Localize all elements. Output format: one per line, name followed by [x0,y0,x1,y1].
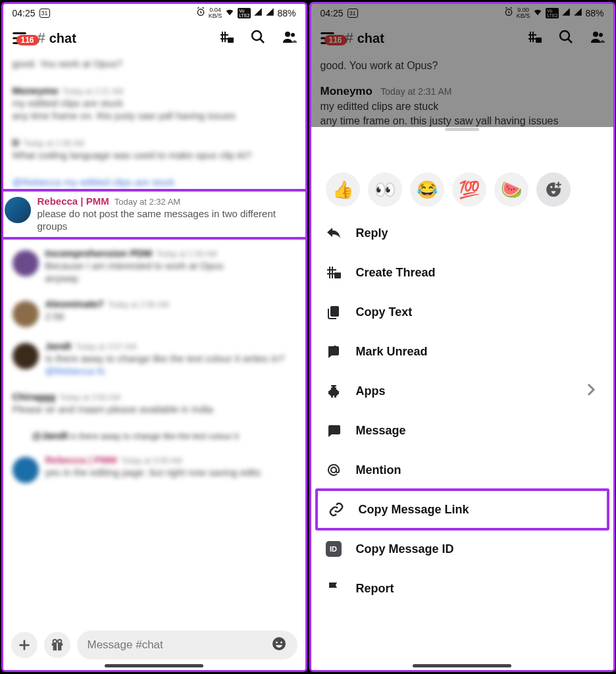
message-list-blurred-lower: Incomprehension PDMToday at 2:36 AM Beca… [3,247,305,484]
add-button[interactable] [11,632,38,658]
signal-icon-2 [265,7,274,18]
menu-reply[interactable]: Reply [311,213,613,253]
input-placeholder: Message #chat [88,638,163,652]
menu-apps[interactable]: Apps [311,371,613,411]
menu-copy-text[interactable]: Copy Text [311,292,613,332]
message-author: Moneymo [321,85,372,97]
reaction-thumbs-up[interactable]: 👍 [326,172,360,207]
svg-point-2 [252,31,261,40]
wifi-icon [224,7,235,19]
search-icon[interactable] [558,29,574,47]
message-body: any time frame on. this justy saw yall h… [321,115,604,127]
screenshot-right: 04:25 31 9.00KB/S VoLTE2 88% 116 [309,2,615,672]
channel-navbar: 116 # chat [3,22,305,57]
message-body: good. You work at Opus? [321,60,604,72]
menu-button[interactable]: 116 [319,28,339,48]
alarm-icon [195,7,206,19]
menu-mention[interactable]: Mention [311,450,613,490]
signal-icon-2 [573,7,582,18]
unread-badge: 116 [324,35,347,45]
gift-button[interactable] [44,632,70,658]
alarm-icon [503,7,514,19]
sheet-grip[interactable] [445,128,479,131]
channel-title[interactable]: # chat [346,30,520,47]
message-time: Today at 2:31 AM [380,86,451,97]
signal-icon [561,7,571,18]
visible-messages: good. You work at Opus? Moneymo Today at… [311,60,613,127]
menu-mark-unread[interactable]: Mark Unread [311,332,613,371]
screenshot-left: 04:25 31 0.04KB/S VoLTE2 [1,2,307,672]
unread-badge: 116 [16,35,39,45]
reaction-row: 👍 👀 😂 💯 🍉 [311,158,613,213]
svg-rect-27 [331,396,333,398]
volte-icon: VoLTE2 [546,8,559,18]
status-bar: 04:25 31 9.00KB/S VoLTE2 88% [311,4,613,22]
svg-rect-20 [330,306,339,317]
net-speed: 0.04KB/S [209,7,222,19]
menu-create-thread[interactable]: Create Thread [311,253,613,292]
svg-rect-24 [330,390,338,396]
battery-text: 88% [277,8,295,18]
svg-rect-1 [228,38,234,43]
svg-point-9 [57,640,61,644]
svg-rect-28 [334,396,336,398]
reaction-watermelon[interactable]: 🍉 [494,172,528,207]
svg-rect-14 [536,38,542,43]
message-time: Today at 2:32 AM [115,197,180,207]
menu-report[interactable]: Report [311,569,613,608]
svg-point-17 [599,33,603,37]
svg-point-3 [285,32,290,37]
svg-point-12 [280,641,282,643]
calendar-icon: 31 [347,9,358,18]
message-list-blurred: good. You work at Opus? MoneymoToday at … [3,57,305,189]
reaction-eyes[interactable]: 👀 [368,172,402,207]
members-icon[interactable] [590,29,605,47]
threads-icon[interactable] [526,29,542,47]
message-body: my editted clips are stuck [321,101,604,113]
highlighted-message[interactable]: Rebecca | PMMToday at 2:32 AM please do … [1,189,307,240]
signal-icon [253,7,263,18]
svg-point-22 [331,386,332,388]
emoji-icon[interactable] [271,636,287,655]
threads-icon[interactable] [218,29,234,47]
context-menu: Reply Create Thread Copy Text Mark Unrea… [311,213,613,608]
menu-button[interactable]: 116 [11,28,31,48]
message-input[interactable]: Message #chat [77,631,297,660]
reaction-laugh[interactable]: 😂 [410,172,444,207]
svg-point-11 [276,641,278,643]
calendar-icon: 31 [39,9,50,18]
svg-rect-7 [57,643,58,650]
message-author: Rebecca | PMM [38,195,109,207]
svg-point-15 [560,31,569,40]
chevron-right-icon [583,382,599,401]
net-speed: 9.00KB/S [517,7,530,19]
id-icon: ID [326,541,342,557]
status-time: 04:25 [321,8,344,18]
action-sheet: 👍 👀 😂 💯 🍉 Reply Create Thread [311,158,613,670]
svg-rect-26 [338,391,339,394]
message-body: please do not post the same messages in … [38,207,304,233]
nav-handle [413,664,511,667]
wifi-icon [532,7,543,19]
members-icon[interactable] [282,29,297,47]
status-bar: 04:25 31 0.04KB/S VoLTE2 [3,4,305,22]
svg-point-23 [335,386,336,388]
channel-navbar: 116 # chat [311,22,613,57]
nav-handle [105,664,203,667]
composer: Message #chat [3,624,305,670]
menu-copy-message-id[interactable]: ID Copy Message ID [311,529,613,569]
channel-title[interactable]: # chat [38,30,212,47]
svg-rect-19 [334,272,341,278]
menu-message[interactable]: Message [311,411,613,450]
svg-rect-25 [328,391,330,394]
reaction-100[interactable]: 💯 [452,172,486,207]
svg-point-10 [272,637,286,650]
reaction-add-icon[interactable] [536,172,571,207]
svg-point-16 [593,32,598,37]
avatar [5,197,31,223]
status-time: 04:25 [13,8,36,18]
svg-point-8 [53,640,57,644]
search-icon[interactable] [250,29,266,47]
menu-copy-message-link[interactable]: Copy Message Link [315,488,609,531]
volte-icon: VoLTE2 [238,8,251,18]
